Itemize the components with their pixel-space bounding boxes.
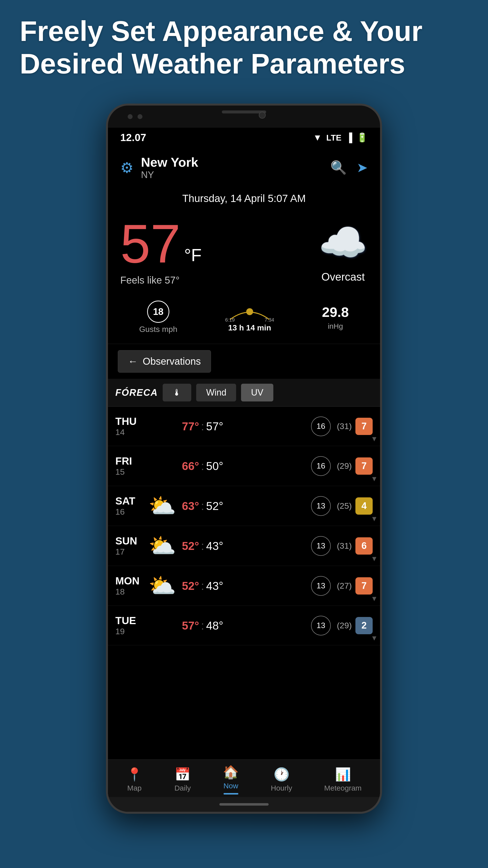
wind-gust: (29): [333, 621, 355, 630]
tab-wind[interactable]: Wind: [196, 384, 236, 401]
nav-active-indicator: [224, 793, 238, 795]
observations-section: ← Observations: [108, 344, 380, 379]
nav-icon-daily: 📅: [174, 767, 191, 782]
day-name: MON: [115, 575, 148, 587]
svg-text:7:34: 7:34: [264, 317, 274, 322]
forecast-row[interactable]: SUN 17 ⛅ 52° : 43° 13 (31) 6 ▾: [108, 526, 380, 566]
provider-bar: FÓRECA 🌡 Wind UV: [108, 379, 380, 407]
state-name: NY: [141, 169, 198, 180]
nav-label-hourly: Hourly: [271, 784, 292, 792]
nav-item-daily[interactable]: 📅 Daily: [174, 767, 191, 792]
nav-label-meteogram: Meteogram: [324, 784, 362, 792]
chevron-down-icon: ▾: [372, 633, 376, 643]
tab-uv[interactable]: UV: [241, 384, 273, 401]
temp-separator: :: [201, 619, 204, 632]
temperature-value: 57: [120, 214, 181, 274]
forecast-row[interactable]: SAT 16 ⛅ 63° : 52° 13 (25) 4 ▾: [108, 486, 380, 526]
forecast-high: 52°: [182, 539, 199, 553]
nav-item-hourly[interactable]: 🕐 Hourly: [271, 767, 292, 792]
back-arrow-icon: ←: [128, 356, 138, 367]
wind-gust: (31): [333, 422, 355, 431]
gusts-circle: 18: [147, 301, 169, 323]
uv-badge: 2: [355, 617, 373, 634]
phone-notch: [108, 105, 380, 128]
home-indicator[interactable]: [219, 803, 269, 806]
nav-item-map[interactable]: 📍 Map: [126, 767, 142, 792]
nav-item-now[interactable]: 🏠 Now: [223, 765, 239, 795]
forecast-day: THU 14: [115, 415, 148, 437]
forecast-row[interactable]: MON 18 ⛅ 52° : 43° 13 (27) 7 ▾: [108, 566, 380, 606]
header-left: ⚙ New York NY: [120, 155, 198, 180]
phone-frame: 12.07 ▼ LTE ▐ 🔋 ⚙ New York NY 🔍 ➤: [106, 103, 382, 814]
weather-condition: ☁️ Overcast: [319, 219, 368, 283]
gusts-label: Gusts mph: [139, 325, 177, 334]
observations-button[interactable]: ← Observations: [118, 350, 211, 373]
day-number: 19: [115, 627, 148, 636]
wind-speed-circle: 13: [311, 616, 331, 636]
forecast-list: THU 14 ⛈ 77° : 57° 16 (31) 7 ▾ FRI 15 ☀ …: [108, 407, 380, 645]
location-icon[interactable]: ➤: [357, 160, 368, 175]
wind-label: Wind: [206, 388, 226, 398]
sun-arc-svg: 6:19 7:34: [225, 302, 274, 322]
forecast-day: SUN 17: [115, 535, 148, 557]
chevron-down-icon: ▾: [372, 553, 376, 563]
temp-separator: :: [201, 420, 204, 433]
temperature-section: 57 °F Feels like 57°: [120, 217, 202, 286]
forecast-temps: 52° : 43°: [182, 579, 311, 593]
signal-icon: ▐: [346, 132, 352, 143]
settings-icon[interactable]: ⚙: [120, 159, 134, 176]
forecast-weather-icon: ⛅: [148, 533, 177, 559]
phone-screen: 12.07 ▼ LTE ▐ 🔋 ⚙ New York NY 🔍 ➤: [108, 128, 380, 797]
pressure-value: 29.8: [322, 304, 349, 320]
forecast-row[interactable]: TUE 19 🌧 57° : 48° 13 (29) 2 ▾: [108, 606, 380, 645]
header-right: 🔍 ➤: [330, 160, 368, 175]
forecast-high: 52°: [182, 579, 199, 593]
day-name: SAT: [115, 495, 148, 507]
wind-gust: (29): [333, 461, 355, 471]
tab-temperature[interactable]: 🌡: [163, 384, 191, 401]
forecast-weather-icon: ⛅: [148, 493, 177, 519]
day-number: 16: [115, 507, 148, 517]
search-icon[interactable]: 🔍: [330, 160, 347, 175]
observations-label: Observations: [143, 356, 201, 367]
day-name: FRI: [115, 455, 148, 467]
forecast-low: 48°: [206, 619, 223, 632]
nav-icon-now: 🏠: [223, 765, 239, 780]
uv-badge: 7: [355, 458, 373, 475]
uv-badge: 6: [355, 537, 373, 555]
wind-speed-circle: 13: [311, 536, 331, 556]
wind-speed-circle: 16: [311, 416, 331, 436]
title-line1: Freely Set Appearance & Your: [20, 15, 422, 47]
forecast-temps: 77° : 57°: [182, 420, 311, 433]
temp-separator: :: [201, 539, 204, 553]
bottom-nav: 📍 Map 📅 Daily 🏠 Now 🕐 Hourly 📊 Meteogram: [108, 760, 380, 797]
gusts-value: 18: [153, 307, 163, 317]
chevron-down-icon: ▾: [372, 593, 376, 603]
temp-separator: :: [201, 579, 204, 593]
stats-row: 18 Gusts mph 6:19 7:34 13 h 14 min 29.8 …: [108, 296, 380, 344]
chevron-down-icon: ▾: [372, 434, 376, 443]
forecast-day: TUE 19: [115, 615, 148, 636]
wind-gust: (27): [333, 581, 355, 591]
forecast-row[interactable]: THU 14 ⛈ 77° : 57° 16 (31) 7 ▾: [108, 407, 380, 446]
weather-main: 57 °F Feels like 57° ☁️ Overcast: [108, 209, 380, 296]
forecast-row[interactable]: FRI 15 ☀ 66° : 50° 16 (29) 7 ▾: [108, 446, 380, 486]
app-header: ⚙ New York NY 🔍 ➤: [108, 148, 380, 188]
forecast-weather-icon: ⛈: [148, 413, 177, 439]
sun-stat: 6:19 7:34 13 h 14 min: [225, 302, 274, 332]
status-bar: 12.07 ▼ LTE ▐ 🔋: [108, 128, 380, 148]
temp-separator: :: [201, 499, 204, 513]
nav-item-meteogram[interactable]: 📊 Meteogram: [324, 767, 362, 792]
nav-icon-hourly: 🕐: [273, 767, 290, 782]
chevron-down-icon: ▾: [372, 473, 376, 483]
day-name: SUN: [115, 535, 148, 547]
wifi-icon: ▼: [313, 132, 322, 143]
chevron-down-icon: ▾: [372, 514, 376, 523]
pressure-unit: inHg: [328, 322, 343, 331]
forecast-day: SAT 16: [115, 495, 148, 517]
wind-speed-circle: 13: [311, 576, 331, 596]
temp-separator: :: [201, 459, 204, 473]
forecast-temps: 57° : 48°: [182, 619, 311, 632]
phone-bottom: [108, 797, 380, 812]
forecast-weather-icon: 🌧: [148, 613, 177, 638]
